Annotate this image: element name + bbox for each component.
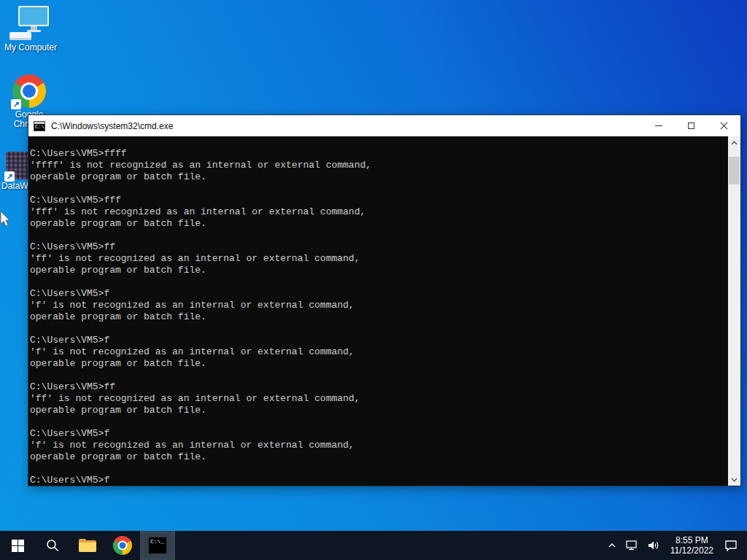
windows-logo-icon bbox=[12, 540, 24, 552]
terminal-line: 'fff' is not recognized as an internal o… bbox=[30, 206, 728, 218]
scroll-up-button[interactable] bbox=[728, 136, 740, 149]
scroll-down-button[interactable] bbox=[728, 473, 740, 486]
terminal-line bbox=[30, 230, 728, 241]
desktop-icon-my-computer[interactable]: My Computer bbox=[3, 6, 58, 52]
terminal-line bbox=[30, 183, 728, 195]
desktop[interactable]: My Computer ↗ Google Chrome ↗ DataW C:\W… bbox=[0, 0, 747, 560]
terminal-line bbox=[30, 370, 728, 381]
terminal-line bbox=[30, 276, 728, 288]
mouse-cursor bbox=[0, 211, 12, 231]
terminal-line: C:\Users\VM5>f bbox=[30, 335, 728, 346]
titlebar[interactable]: C:\Windows\system32\cmd.exe bbox=[28, 115, 740, 136]
terminal-line: 'ff' is not recognized as an internal or… bbox=[30, 253, 728, 265]
chrome-taskbar-button[interactable] bbox=[105, 531, 140, 560]
terminal-line: 'ffff' is not recognized as an internal … bbox=[30, 160, 728, 171]
terminal-line: 'ff' is not recognized as an internal or… bbox=[30, 393, 728, 405]
start-button[interactable] bbox=[0, 531, 35, 560]
terminal-line: C:\Users\VM5>fff bbox=[30, 195, 728, 206]
cmd-app-icon bbox=[34, 121, 45, 131]
terminal-line: operable program or batch file. bbox=[30, 451, 728, 463]
minimize-button[interactable] bbox=[642, 115, 675, 136]
scrollbar-thumb[interactable] bbox=[729, 157, 740, 184]
terminal-line bbox=[30, 416, 728, 428]
chevron-down-icon bbox=[731, 478, 738, 482]
close-button[interactable] bbox=[708, 115, 740, 136]
action-center-icon bbox=[724, 539, 738, 552]
volume-icon bbox=[647, 540, 660, 551]
terminal-line: operable program or batch file. bbox=[30, 218, 728, 230]
file-explorer-icon bbox=[79, 539, 96, 552]
cmd-taskbar-button[interactable] bbox=[140, 531, 175, 560]
search-icon bbox=[45, 538, 60, 553]
my-computer-icon bbox=[9, 6, 52, 41]
terminal-line: 'f' is not recognized as an internal or … bbox=[30, 300, 728, 311]
shortcut-arrow-icon: ↗ bbox=[11, 99, 21, 109]
cmd-icon bbox=[148, 537, 167, 554]
terminal-line: 'f' is not recognized as an internal or … bbox=[30, 346, 728, 358]
terminal-line: 'f' is not recognized as an internal or … bbox=[30, 440, 728, 451]
taskbar: 8:55 PM 11/12/2022 bbox=[0, 531, 747, 560]
terminal-line: operable program or batch file. bbox=[30, 171, 728, 183]
terminal-line bbox=[30, 323, 728, 335]
terminal-line bbox=[30, 463, 728, 475]
terminal-line: C:\Users\VM5>f bbox=[30, 288, 728, 300]
terminal-output: C:\Users\VM5>ffff'ffff' is not recognize… bbox=[28, 136, 728, 486]
maximize-icon bbox=[688, 122, 694, 129]
terminal-line: operable program or batch file. bbox=[30, 265, 728, 276]
show-hidden-icons-button[interactable] bbox=[603, 531, 621, 560]
search-button[interactable] bbox=[35, 531, 70, 560]
network-button[interactable] bbox=[621, 531, 643, 560]
chevron-up-icon bbox=[731, 141, 738, 145]
clock-time: 8:55 PM bbox=[670, 535, 713, 545]
chevron-up-icon bbox=[608, 542, 616, 549]
window-title: C:\Windows\system32\cmd.exe bbox=[51, 121, 642, 131]
terminal-line: C:\Users\VM5>f bbox=[30, 475, 728, 486]
my-computer-label: My Computer bbox=[3, 43, 58, 52]
terminal-line: C:\Users\VM5>f bbox=[30, 428, 728, 440]
terminal-line: operable program or batch file. bbox=[30, 405, 728, 416]
chrome-icon bbox=[113, 536, 132, 555]
close-icon bbox=[720, 122, 728, 130]
minimize-icon bbox=[655, 125, 662, 126]
clock-date: 11/12/2022 bbox=[670, 545, 713, 556]
terminal-line: C:\Users\VM5>ff bbox=[30, 381, 728, 393]
terminal-line: C:\Users\VM5>ff bbox=[30, 241, 728, 253]
taskbar-clock[interactable]: 8:55 PM 11/12/2022 bbox=[665, 535, 719, 556]
terminal-line: C:\Users\VM5>ffff bbox=[30, 148, 728, 160]
network-icon bbox=[625, 540, 638, 551]
terminal-body[interactable]: C:\Users\VM5>ffff'ffff' is not recognize… bbox=[28, 136, 740, 486]
action-center-button[interactable] bbox=[719, 531, 747, 560]
cmd-window: C:\Windows\system32\cmd.exe C:\Users\VM5… bbox=[28, 114, 741, 486]
terminal-line: operable program or batch file. bbox=[30, 358, 728, 370]
terminal-line: operable program or batch file. bbox=[30, 311, 728, 323]
system-tray: 8:55 PM 11/12/2022 bbox=[603, 531, 747, 560]
scrollbar[interactable] bbox=[728, 136, 740, 486]
maximize-button[interactable] bbox=[675, 115, 708, 136]
volume-button[interactable] bbox=[643, 531, 665, 560]
shortcut-arrow-icon: ↗ bbox=[4, 171, 15, 182]
file-explorer-button[interactable] bbox=[70, 531, 105, 560]
